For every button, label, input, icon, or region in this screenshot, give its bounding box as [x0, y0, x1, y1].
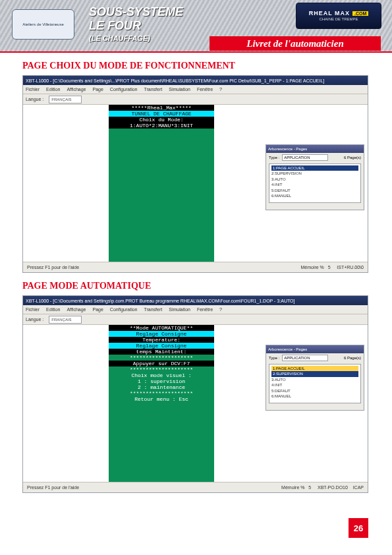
menu-item[interactable]: Affichage	[67, 307, 86, 312]
status-device: IST+RU.00\0	[337, 265, 364, 270]
langue-label: Langue :	[26, 97, 43, 102]
menu-item[interactable]: Transfert	[144, 87, 162, 92]
menu-item[interactable]: Fichier	[26, 87, 40, 92]
pages-tree-panel-2: Arborescence - Pages Type : APPLICATION …	[266, 345, 364, 411]
screenshot-2: XBT-L1000 - [C:\Documents and Settings\p…	[22, 295, 368, 493]
list-item[interactable]: 4:INIT	[271, 382, 358, 388]
list-item[interactable]: 3:AUTO	[271, 177, 358, 182]
menu-item[interactable]: Affichage	[67, 87, 86, 92]
menu-item[interactable]: Fenêtre	[197, 87, 213, 92]
menu-item[interactable]: Transfert	[144, 307, 162, 312]
screenshot1-toolbar: Langue : FRANÇAIS	[23, 94, 368, 105]
term-sep: ********************	[109, 355, 214, 361]
langue-label: Langue :	[26, 317, 43, 322]
rheal-com: .COM	[352, 11, 368, 16]
menu-item[interactable]: Configuration	[110, 307, 138, 312]
status-help: Pressez F1 pour de l'aide	[27, 265, 79, 270]
list-item[interactable]: 5:DEFAUT	[271, 388, 358, 394]
menu-item[interactable]: Fichier	[26, 307, 40, 312]
term-line: temps Maintient:	[109, 349, 214, 355]
screenshot2-canvas: **Mode AUTOMATIQUE** Reglage Consigne Te…	[23, 325, 368, 482]
term-line: Retour menu : Esc	[109, 396, 214, 402]
status-memory-label: Mémoire %	[300, 265, 323, 270]
list-item[interactable]: 1:PAGE ACCUEIL	[271, 366, 358, 371]
term-line: 2 : maintenance	[109, 384, 214, 390]
livret-strip: Livret de l'automaticien	[210, 36, 381, 51]
type-dropdown[interactable]: APPLICATION	[282, 355, 328, 361]
term-line: 1:AUTO*2:MANU*3:INIT	[109, 123, 214, 129]
term-line: Reglage Consigne	[109, 331, 214, 337]
menu-item[interactable]: Edition	[46, 87, 60, 92]
menu-item[interactable]: ?	[219, 87, 222, 92]
term-sep: ********************	[109, 390, 214, 396]
screenshot2-toolbar: Langue : FRANÇAIS	[23, 314, 368, 325]
logo-ateliers: Ateliers de Villetaneuse	[12, 9, 74, 40]
panel-header: Arborescence - Pages	[266, 345, 364, 353]
screenshot2-menubar: Fichier Edition Affichage Page Configura…	[23, 305, 368, 314]
status-memory-label: Mémoire %	[281, 485, 304, 490]
type-label: Type :	[269, 156, 279, 160]
list-item[interactable]: 4:INIT	[271, 182, 358, 187]
term-line: 1 : supervision	[109, 378, 214, 384]
menu-item[interactable]: Simulation	[169, 87, 190, 92]
term-sep: ********************	[109, 366, 214, 372]
screenshot2-window-title: XBT-L1000 - [C:\Documents and Settings\p…	[23, 296, 368, 305]
screenshot1-statusbar: Pressez F1 pour de l'aide Mémoire % 5 IS…	[23, 262, 368, 272]
screenshot-1: XBT-L1000 - [C:\Documents and Settings\.…	[22, 75, 368, 273]
title-line3: (LE CHAUFFAGE)	[89, 34, 183, 42]
term-line: *****Rheal_Max*****	[109, 105, 214, 111]
page-header: Ateliers de Villetaneuse SOUS-SYSTEME LE…	[0, 0, 392, 53]
menu-item[interactable]: Configuration	[110, 87, 138, 92]
section2-title: PAGE MODE AUTOMATIQUE	[22, 281, 392, 291]
list-item[interactable]: 2:SUPERVISION	[271, 171, 358, 176]
screenshot2-statusbar: Pressez F1 pour de l'aide Mémoire % 5 XB…	[23, 482, 368, 492]
rheal-text: RHEAL MAX	[309, 10, 350, 16]
section1-title: PAGE CHOIX DU MODE DE FONCTIONNEMENT	[22, 61, 392, 71]
term-line: Appuyer sur DCV:F7	[109, 361, 214, 366]
screenshot1-menubar: Fichier Edition Affichage Page Configura…	[23, 85, 368, 94]
langue-dropdown[interactable]: FRANÇAIS	[49, 96, 82, 103]
menu-item[interactable]: Edition	[46, 307, 60, 312]
term-line: Reglage Consigne	[109, 343, 214, 349]
status-help: Pressez F1 pour de l'aide	[27, 485, 79, 490]
rheal-subtitle: CHAINE DE TREMPE	[319, 17, 358, 22]
menu-item[interactable]: Simulation	[169, 307, 190, 312]
header-title-stack: SOUS-SYSTEME LE FOUR (LE CHAUFFAGE)	[89, 5, 183, 42]
screenshot1-canvas: *****Rheal_Max***** TUNNEL DE CHAUFFAGE …	[23, 105, 368, 262]
list-item[interactable]: 6:MANUEL	[271, 394, 358, 399]
status-device: XBT-PO.DO10	[318, 485, 348, 490]
rheal-max-badge: RHEAL MAX.COM CHAINE DE TREMPE	[296, 3, 381, 29]
type-dropdown[interactable]: APPLICATION	[282, 154, 328, 161]
term-line: Temperature:	[109, 337, 214, 343]
page-number-badge: 26	[349, 518, 368, 538]
pages-list[interactable]: 1:PAGE ACCUEIL 2:SUPERVISION 3:AUTO 4:IN…	[269, 364, 361, 403]
term-line: **Mode AUTOMATIQUE**	[109, 325, 214, 331]
term-line: Choix mode visuel :	[109, 372, 214, 378]
page-count: 6 Page(s)	[344, 356, 361, 360]
type-label: Type :	[269, 356, 279, 360]
screenshot1-window-title: XBT-L1000 - [C:\Documents and Settings\.…	[23, 76, 368, 85]
langue-dropdown[interactable]: FRANÇAIS	[49, 316, 82, 324]
title-line2: LE FOUR	[89, 19, 183, 33]
page-count: 6 Page(s)	[344, 156, 361, 160]
menu-item[interactable]: Fenêtre	[197, 307, 213, 312]
list-item[interactable]: 1:PAGE ACCUEIL	[271, 165, 358, 171]
title-line1: SOUS-SYSTEME	[89, 5, 183, 19]
terminal-display-1: *****Rheal_Max***** TUNNEL DE CHAUFFAGE …	[109, 105, 214, 262]
menu-item[interactable]: Page	[92, 87, 103, 92]
list-item[interactable]: 2:SUPERVISION	[271, 371, 358, 376]
pages-tree-panel-1: Arborescence - Pages Type : APPLICATION …	[266, 144, 364, 210]
menu-item[interactable]: ?	[219, 307, 222, 312]
status-memory-value: 5	[308, 485, 311, 490]
list-item[interactable]: 5:DEFAUT	[271, 188, 358, 193]
pages-list[interactable]: 1:PAGE ACCUEIL 2:SUPERVISION 3:AUTO 4:IN…	[269, 163, 361, 203]
term-line: TUNNEL DE CHAUFFAGE	[109, 111, 214, 117]
menu-item[interactable]: Page	[92, 307, 103, 312]
list-item[interactable]: 3:AUTO	[271, 377, 358, 382]
terminal-display-2: **Mode AUTOMATIQUE** Reglage Consigne Te…	[109, 325, 214, 482]
panel-header: Arborescence - Pages	[266, 145, 364, 153]
status-memory-value: 5	[328, 265, 331, 270]
status-mode: ICAP	[353, 485, 364, 490]
term-line: Choix du Mode:	[109, 117, 214, 123]
list-item[interactable]: 6:MANUEL	[271, 193, 358, 198]
